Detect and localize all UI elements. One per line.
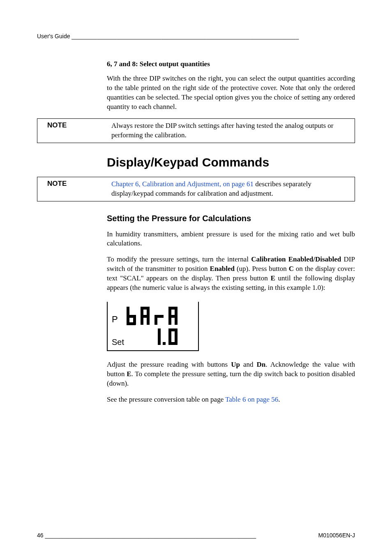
display-p-label: P <box>112 314 118 325</box>
text-run: Adjust the pressure reading with buttons <box>107 361 231 368</box>
svg-rect-14 <box>158 328 161 345</box>
note-text: Chapter 6, Calibration and Adjustment, o… <box>111 180 350 199</box>
paragraph-ambient-pressure: In humidity transmitters, ambient pressu… <box>107 230 355 249</box>
text-run: . <box>278 395 280 403</box>
chapter-link[interactable]: Chapter 6, Calibration and Adjustment, o… <box>111 180 254 188</box>
svg-rect-13 <box>168 315 178 318</box>
page: User's Guide ___________________________… <box>0 0 392 555</box>
heading-display-keypad: Display/Keypad Commands <box>107 155 355 169</box>
svg-rect-9 <box>154 315 164 318</box>
bold-cal-enabled-disabled: Calibration Enabled/Disabled <box>251 255 341 263</box>
bold-up: Up <box>231 361 240 368</box>
svg-rect-7 <box>141 315 150 318</box>
bold-enabled: Enabled <box>210 265 235 273</box>
svg-rect-19 <box>168 342 178 345</box>
text-run: (up). Press button <box>235 265 289 273</box>
bold-button-c: C <box>289 265 294 273</box>
paragraph-adjust-pressure: Adjust the pressure reading with buttons… <box>107 360 355 388</box>
content-column: Setting the Pressure for Calculations In… <box>107 214 355 405</box>
display-mockup: P Set <box>107 302 199 351</box>
display-set-label: Set <box>112 338 124 347</box>
bold-button-e: E <box>271 274 275 282</box>
svg-rect-3 <box>127 322 136 325</box>
note-label: NOTE <box>37 180 111 199</box>
note-label: NOTE <box>37 121 111 140</box>
running-header: User's Guide ___________________________… <box>37 33 355 39</box>
subheading-678: 6, 7 and 8: Select output quantities <box>107 60 355 68</box>
text-run: . To complete the pressure setting, turn… <box>107 370 355 387</box>
bold-button-e: E <box>127 370 131 378</box>
paragraph-dip-switches: With the three DIP switches on the right… <box>107 74 355 112</box>
seven-segment-icon <box>124 306 190 347</box>
text-run: See the pressure conversion table on pag… <box>107 395 225 403</box>
note-text: Always restore the DIP switch settings a… <box>111 121 350 140</box>
content-column: 6, 7 and 8: Select output quantities Wit… <box>107 60 355 112</box>
bold-dn: Dn <box>257 361 266 368</box>
footer: 46 _____________________________________… <box>37 532 355 539</box>
paragraph-see-table: See the pressure conversion table on pag… <box>107 395 355 405</box>
note-box-1: NOTE Always restore the DIP switch setti… <box>37 118 355 143</box>
page-number: 46 _____________________________________… <box>37 532 256 539</box>
paragraph-modify-pressure: To modify the pressure settings, turn th… <box>107 255 355 293</box>
doc-id: M010056EN-J <box>318 532 355 539</box>
table-link[interactable]: Table 6 on page 56 <box>225 395 278 403</box>
note-box-2: NOTE Chapter 6, Calibration and Adjustme… <box>37 177 355 201</box>
heading-pressure-calc: Setting the Pressure for Calculations <box>107 214 355 223</box>
text-run: To modify the pressure settings, turn th… <box>107 255 251 263</box>
svg-rect-15 <box>163 342 166 345</box>
text-run: and <box>240 361 257 368</box>
